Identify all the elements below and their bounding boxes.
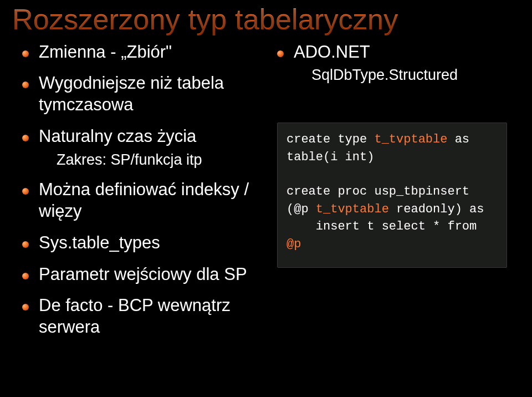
bullet-naturalny-text: Naturalny czas życia xyxy=(39,126,196,146)
code-blank xyxy=(287,167,294,181)
code-tok: readonly) as xyxy=(389,202,484,216)
bullet-bcp: De facto - BCP wewnątrz serwera xyxy=(22,295,272,338)
right-column: ADO.NET SqlDbType.Structured create type… xyxy=(272,42,510,348)
slide-title: Rozszerzony typ tabelaryczny xyxy=(0,0,532,42)
code-tok: create type xyxy=(287,133,374,146)
bullet-adonet: ADO.NET SqlDbType.Structured xyxy=(277,42,510,85)
slide: Rozszerzony typ tabelaryczny Zmienna - „… xyxy=(0,0,532,397)
code-tok: insert t select * from xyxy=(287,220,484,233)
code-tok: as xyxy=(447,133,469,146)
code-box: create type t_tvptable as table(i int) c… xyxy=(277,123,507,268)
bullet-indeksy: Można definiować indeksy / więzy xyxy=(22,179,272,222)
code-tok: (@p xyxy=(287,202,316,216)
left-column: Zmienna - „Zbiór" Wygodniejsze niż tabel… xyxy=(0,42,272,348)
bullet-adonet-text: ADO.NET xyxy=(294,42,370,62)
code-type: t_tvptable xyxy=(374,133,447,146)
sub-sqldbtype: SqlDbType.Structured xyxy=(311,66,510,85)
bullet-zmienna: Zmienna - „Zbiór" xyxy=(22,42,272,63)
left-bullet-list: Zmienna - „Zbiór" Wygodniejsze niż tabel… xyxy=(22,42,272,338)
right-bullet-list: ADO.NET SqlDbType.Structured xyxy=(277,42,510,85)
bullet-parametr: Parametr wejściowy dla SP xyxy=(22,264,272,286)
bullet-systable: Sys.table_types xyxy=(22,232,272,254)
sub-sqldbtype-list: SqlDbType.Structured xyxy=(294,66,510,85)
code-tok: table(i int) xyxy=(287,150,374,164)
code-content: create type t_tvptable as table(i int) c… xyxy=(287,131,498,253)
columns: Zmienna - „Zbiór" Wygodniejsze niż tabel… xyxy=(0,42,532,348)
bullet-naturalny: Naturalny czas życia Zakres: SP/funkcja … xyxy=(22,126,272,170)
code-type: t_tvptable xyxy=(316,202,389,216)
bullet-wygodniejsze: Wygodniejsze niż tabela tymczasowa xyxy=(22,73,272,116)
code-param: @p xyxy=(287,237,301,251)
code-tok: create proc usp_tbpinsert xyxy=(287,185,469,198)
sub-zakres: Zakres: SP/funkcja itp xyxy=(57,151,272,170)
sub-zakres-list: Zakres: SP/funkcja itp xyxy=(39,151,272,170)
